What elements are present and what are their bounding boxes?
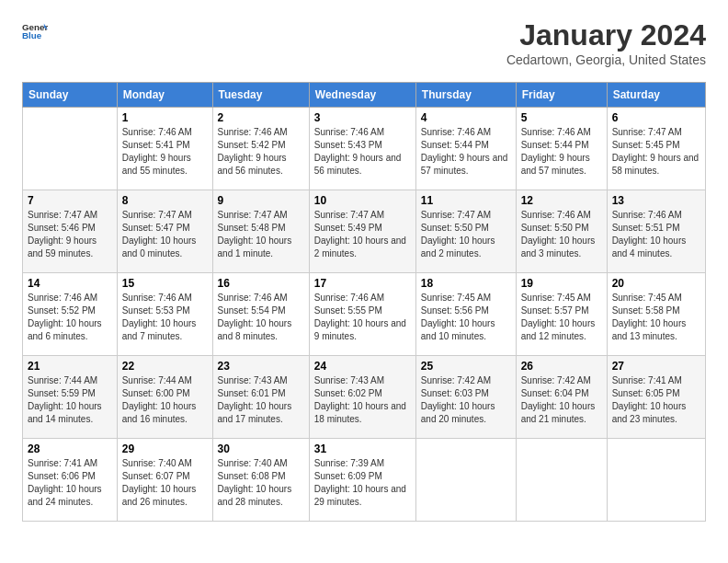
calendar-cell: 3Sunrise: 7:46 AMSunset: 5:43 PMDaylight… bbox=[309, 108, 415, 190]
day-number: 1 bbox=[122, 111, 208, 124]
day-number: 23 bbox=[218, 360, 304, 373]
day-number: 27 bbox=[612, 360, 700, 373]
day-number: 26 bbox=[521, 360, 602, 373]
week-row-3: 14Sunrise: 7:46 AMSunset: 5:52 PMDayligh… bbox=[23, 273, 706, 356]
day-number: 28 bbox=[28, 442, 112, 455]
day-number: 8 bbox=[122, 194, 208, 207]
day-number: 20 bbox=[612, 277, 700, 290]
page-title: January 2024 bbox=[506, 18, 706, 52]
week-row-4: 21Sunrise: 7:44 AMSunset: 5:59 PMDayligh… bbox=[23, 356, 706, 439]
day-info: Sunrise: 7:46 AMSunset: 5:53 PMDaylight:… bbox=[122, 292, 208, 343]
title-section: January 2024 Cedartown, Georgia, United … bbox=[506, 18, 706, 67]
week-row-5: 28Sunrise: 7:41 AMSunset: 6:06 PMDayligh… bbox=[23, 439, 706, 522]
svg-text:Blue: Blue bbox=[22, 30, 42, 40]
calendar-cell bbox=[23, 108, 118, 190]
day-info: Sunrise: 7:46 AMSunset: 5:52 PMDaylight:… bbox=[28, 292, 112, 343]
day-number: 9 bbox=[218, 194, 304, 207]
calendar-cell: 18Sunrise: 7:45 AMSunset: 5:56 PMDayligh… bbox=[415, 273, 516, 356]
day-number: 11 bbox=[421, 194, 511, 207]
day-info: Sunrise: 7:46 AMSunset: 5:42 PMDaylight:… bbox=[218, 126, 304, 178]
day-number: 21 bbox=[28, 360, 112, 373]
day-info: Sunrise: 7:47 AMSunset: 5:47 PMDaylight:… bbox=[122, 209, 208, 260]
calendar-cell: 26Sunrise: 7:42 AMSunset: 6:04 PMDayligh… bbox=[516, 356, 607, 439]
calendar-cell: 15Sunrise: 7:46 AMSunset: 5:53 PMDayligh… bbox=[117, 273, 212, 356]
day-info: Sunrise: 7:46 AMSunset: 5:44 PMDaylight:… bbox=[521, 126, 602, 178]
day-number: 15 bbox=[122, 277, 208, 290]
weekday-header-friday: Friday bbox=[516, 83, 607, 108]
day-number: 18 bbox=[421, 277, 511, 290]
calendar-cell: 6Sunrise: 7:47 AMSunset: 5:45 PMDaylight… bbox=[607, 108, 705, 190]
day-number: 22 bbox=[122, 360, 208, 373]
day-info: Sunrise: 7:46 AMSunset: 5:51 PMDaylight:… bbox=[612, 209, 700, 260]
day-info: Sunrise: 7:45 AMSunset: 5:56 PMDaylight:… bbox=[421, 292, 511, 343]
generalblue-icon: General Blue bbox=[22, 18, 48, 44]
calendar-cell bbox=[516, 439, 607, 522]
day-info: Sunrise: 7:46 AMSunset: 5:44 PMDaylight:… bbox=[421, 126, 511, 178]
calendar-cell: 5Sunrise: 7:46 AMSunset: 5:44 PMDaylight… bbox=[516, 108, 607, 190]
day-number: 13 bbox=[612, 194, 700, 207]
day-number: 4 bbox=[421, 111, 511, 124]
calendar-cell: 16Sunrise: 7:46 AMSunset: 5:54 PMDayligh… bbox=[212, 273, 309, 356]
calendar-cell: 25Sunrise: 7:42 AMSunset: 6:03 PMDayligh… bbox=[415, 356, 516, 439]
calendar-cell: 7Sunrise: 7:47 AMSunset: 5:46 PMDaylight… bbox=[23, 190, 118, 273]
weekday-header-row: SundayMondayTuesdayWednesdayThursdayFrid… bbox=[23, 83, 706, 108]
day-info: Sunrise: 7:40 AMSunset: 6:08 PMDaylight:… bbox=[218, 457, 304, 509]
day-number: 2 bbox=[218, 111, 304, 124]
calendar-cell: 12Sunrise: 7:46 AMSunset: 5:50 PMDayligh… bbox=[516, 190, 607, 273]
day-number: 5 bbox=[521, 111, 602, 124]
day-info: Sunrise: 7:44 AMSunset: 6:00 PMDaylight:… bbox=[122, 374, 208, 426]
day-info: Sunrise: 7:41 AMSunset: 6:05 PMDaylight:… bbox=[612, 374, 700, 426]
calendar-cell bbox=[415, 439, 516, 522]
logo: General Blue bbox=[22, 18, 48, 44]
day-number: 19 bbox=[521, 277, 602, 290]
day-info: Sunrise: 7:46 AMSunset: 5:55 PMDaylight:… bbox=[314, 292, 411, 343]
week-row-1: 1Sunrise: 7:46 AMSunset: 5:41 PMDaylight… bbox=[23, 108, 706, 190]
calendar-cell bbox=[607, 439, 705, 522]
day-info: Sunrise: 7:46 AMSunset: 5:54 PMDaylight:… bbox=[218, 292, 304, 343]
day-info: Sunrise: 7:47 AMSunset: 5:45 PMDaylight:… bbox=[612, 126, 700, 178]
day-info: Sunrise: 7:47 AMSunset: 5:49 PMDaylight:… bbox=[314, 209, 411, 260]
day-number: 10 bbox=[314, 194, 411, 207]
day-number: 31 bbox=[314, 442, 411, 455]
day-info: Sunrise: 7:46 AMSunset: 5:50 PMDaylight:… bbox=[521, 209, 602, 260]
week-row-2: 7Sunrise: 7:47 AMSunset: 5:46 PMDaylight… bbox=[23, 190, 706, 273]
day-info: Sunrise: 7:45 AMSunset: 5:58 PMDaylight:… bbox=[612, 292, 700, 343]
day-info: Sunrise: 7:44 AMSunset: 5:59 PMDaylight:… bbox=[28, 374, 112, 426]
calendar-cell: 1Sunrise: 7:46 AMSunset: 5:41 PMDaylight… bbox=[117, 108, 212, 190]
calendar-cell: 9Sunrise: 7:47 AMSunset: 5:48 PMDaylight… bbox=[212, 190, 309, 273]
calendar-cell: 4Sunrise: 7:46 AMSunset: 5:44 PMDaylight… bbox=[415, 108, 516, 190]
calendar-cell: 22Sunrise: 7:44 AMSunset: 6:00 PMDayligh… bbox=[117, 356, 212, 439]
day-number: 25 bbox=[421, 360, 511, 373]
day-number: 24 bbox=[314, 360, 411, 373]
calendar-table: SundayMondayTuesdayWednesdayThursdayFrid… bbox=[22, 82, 706, 522]
calendar-cell: 8Sunrise: 7:47 AMSunset: 5:47 PMDaylight… bbox=[117, 190, 212, 273]
calendar-cell: 24Sunrise: 7:43 AMSunset: 6:02 PMDayligh… bbox=[309, 356, 415, 439]
calendar-cell: 14Sunrise: 7:46 AMSunset: 5:52 PMDayligh… bbox=[23, 273, 118, 356]
day-info: Sunrise: 7:47 AMSunset: 5:50 PMDaylight:… bbox=[421, 209, 511, 260]
calendar-cell: 20Sunrise: 7:45 AMSunset: 5:58 PMDayligh… bbox=[607, 273, 705, 356]
weekday-header-thursday: Thursday bbox=[415, 83, 516, 108]
calendar-cell: 19Sunrise: 7:45 AMSunset: 5:57 PMDayligh… bbox=[516, 273, 607, 356]
calendar-cell: 10Sunrise: 7:47 AMSunset: 5:49 PMDayligh… bbox=[309, 190, 415, 273]
calendar-cell: 21Sunrise: 7:44 AMSunset: 5:59 PMDayligh… bbox=[23, 356, 118, 439]
calendar-cell: 13Sunrise: 7:46 AMSunset: 5:51 PMDayligh… bbox=[607, 190, 705, 273]
page-subtitle: Cedartown, Georgia, United States bbox=[506, 52, 706, 67]
weekday-header-sunday: Sunday bbox=[23, 83, 118, 108]
calendar-cell: 28Sunrise: 7:41 AMSunset: 6:06 PMDayligh… bbox=[23, 439, 118, 522]
weekday-header-monday: Monday bbox=[117, 83, 212, 108]
day-number: 30 bbox=[218, 442, 304, 455]
day-info: Sunrise: 7:43 AMSunset: 6:01 PMDaylight:… bbox=[218, 374, 304, 426]
day-info: Sunrise: 7:47 AMSunset: 5:46 PMDaylight:… bbox=[28, 209, 112, 260]
day-info: Sunrise: 7:46 AMSunset: 5:41 PMDaylight:… bbox=[122, 126, 208, 178]
calendar-cell: 31Sunrise: 7:39 AMSunset: 6:09 PMDayligh… bbox=[309, 439, 415, 522]
weekday-header-tuesday: Tuesday bbox=[212, 83, 309, 108]
day-info: Sunrise: 7:39 AMSunset: 6:09 PMDaylight:… bbox=[314, 457, 411, 509]
calendar-cell: 23Sunrise: 7:43 AMSunset: 6:01 PMDayligh… bbox=[212, 356, 309, 439]
day-number: 6 bbox=[612, 111, 700, 124]
header: General Blue January 2024 Cedartown, Geo… bbox=[22, 18, 706, 67]
weekday-header-saturday: Saturday bbox=[607, 83, 705, 108]
day-number: 7 bbox=[28, 194, 112, 207]
day-info: Sunrise: 7:46 AMSunset: 5:43 PMDaylight:… bbox=[314, 126, 411, 178]
day-info: Sunrise: 7:41 AMSunset: 6:06 PMDaylight:… bbox=[28, 457, 112, 509]
day-number: 29 bbox=[122, 442, 208, 455]
